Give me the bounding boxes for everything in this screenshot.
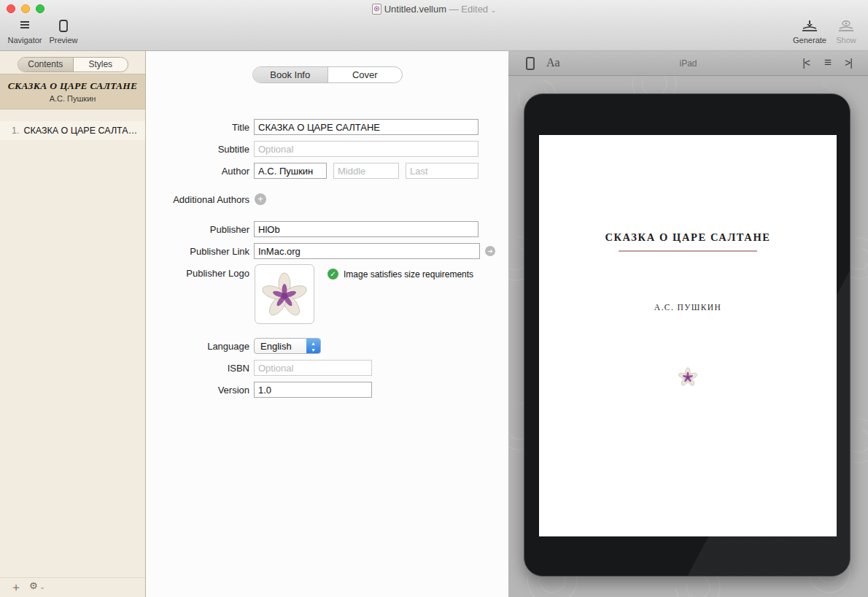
title-rule [619,250,757,252]
page-list-icon[interactable]: ≡ [824,55,832,70]
device-name: iPad [508,58,868,69]
chapter-list-item[interactable]: 1. СКАЗКА О ЦАРЕ САЛТА… [0,121,145,140]
show-icon [833,20,859,34]
window-title: Untitled.vellum — Edited ⌄ [0,4,868,17]
sidebar-footer: ＋ ⚙ ⌄ [0,577,145,597]
add-chapter-button[interactable]: ＋ [10,580,22,596]
book-header[interactable]: СКАЗКА О ЦАРЕ САЛТАНЕ А.С. Пушкин [0,74,145,109]
preview-icon [47,20,80,34]
tab-book-info[interactable]: Book Info [253,67,328,82]
preview-button[interactable]: Preview [47,20,80,45]
publisher-input[interactable] [254,221,478,237]
edited-label[interactable]: Edited [461,4,488,15]
gear-menu-button[interactable]: ⚙ ⌄ [29,580,45,591]
subtitle-label: Subtitle [146,144,249,155]
book-info-panel: Book Info Cover Title Subtitle Author Ad… [146,51,508,597]
page-publisher-logo [539,367,837,386]
language-value: English [260,341,292,352]
open-link-button[interactable]: ➔ [485,246,495,256]
author-first-input[interactable] [254,163,327,179]
check-icon: ✓ [328,269,338,280]
page-book-author: А.С. ПУШКИН [539,303,837,312]
go-last-page-icon[interactable]: >| [845,57,852,69]
show-button: Show [833,20,859,45]
generate-icon [790,20,829,34]
title-chevron-icon[interactable]: ⌄ [491,7,497,14]
publisher-logo-well[interactable] [255,264,314,324]
author-label: Author [146,166,249,177]
add-author-button[interactable]: + [255,193,266,205]
subtitle-input[interactable] [254,141,478,157]
toolbar: Untitled.vellum — Edited ⌄ Navigator Pre… [0,0,868,51]
select-stepper-icon: ▲▼ [306,339,320,353]
book-title: СКАЗКА О ЦАРЕ САЛТАНЕ [0,80,145,92]
ipad-device-frame: СКАЗКА О ЦАРЕ САЛТАНЕ А.С. ПУШКИН [524,93,850,577]
publisher-link-label: Publisher Link [146,246,249,257]
publisher-logo-label: Publisher Logo [146,268,249,279]
book-author: А.С. Пушкин [0,94,145,103]
document-title: Untitled.vellum [384,4,446,15]
preview-toolbar: Aa iPad |< ≡ >| [508,51,868,76]
author-last-input[interactable] [406,163,478,179]
publisher-logo-image [262,271,307,317]
isbn-input[interactable] [254,360,372,376]
title-input[interactable] [254,119,478,135]
document-icon [372,4,381,17]
navigator-button[interactable]: Navigator [7,20,42,45]
go-first-page-icon[interactable]: |< [802,57,810,69]
language-select[interactable]: English ▲▼ [254,338,321,354]
generate-button[interactable]: Generate [790,20,829,45]
sidebar-tab-bar: Contents Styles [18,57,128,72]
page-book-title: СКАЗКА О ЦАРЕ САЛТАНЕ [539,231,837,244]
version-input[interactable] [254,382,372,398]
form-tab-bar: Book Info Cover [252,66,403,83]
additional-authors-label: Additional Authors [133,194,249,205]
chapter-number: 1. [12,126,19,136]
publisher-link-input[interactable] [254,243,480,259]
publisher-label: Publisher [146,224,249,235]
isbn-label: ISBN [146,363,249,374]
author-middle-input[interactable] [333,163,399,179]
language-label: Language [146,341,249,352]
app-window: Untitled.vellum — Edited ⌄ Navigator Pre… [0,0,868,597]
tab-contents[interactable]: Contents [18,58,74,72]
sidebar: Contents Styles СКАЗКА О ЦАРЕ САЛТАНЕ А.… [0,51,146,597]
chapter-title: СКАЗКА О ЦАРЕ САЛТА… [23,126,137,136]
preview-panel: Aa iPad |< ≡ >| СКАЗКА О ЦАР [508,51,868,597]
ipad-screen[interactable]: СКАЗКА О ЦАРЕ САЛТАНЕ А.С. ПУШКИН [539,135,837,536]
tab-cover[interactable]: Cover [328,67,403,82]
navigator-icon [7,20,42,34]
logo-status-text: Image satisfies size requirements [344,269,473,280]
title-label: Title [146,122,249,133]
version-label: Version [146,385,249,396]
tab-styles[interactable]: Styles [74,58,128,72]
